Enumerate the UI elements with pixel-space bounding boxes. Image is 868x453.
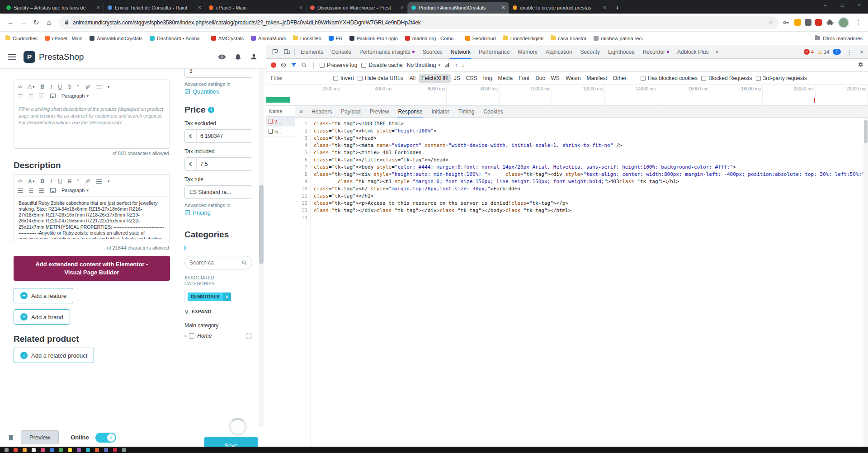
delete-trash-icon[interactable] [7, 434, 14, 441]
devtools-tab[interactable]: Lighthouse [604, 45, 639, 59]
request-type-filter-chip[interactable]: All [407, 74, 418, 83]
network-settings-gear-icon[interactable] [857, 61, 863, 69]
paragraph-style-dropdown[interactable]: Paragraph ▾ [61, 93, 89, 99]
window-close-button[interactable]: × [851, 0, 868, 10]
taskbar-app-icon[interactable] [95, 448, 99, 452]
home-main-category-radio[interactable] [246, 333, 252, 339]
devtools-tab[interactable]: Performance insights [355, 45, 419, 59]
home-category-checkbox[interactable] [189, 333, 194, 339]
underline-button[interactable]: U [58, 84, 62, 90]
tax-rule-select[interactable]: ES Standard ra... [184, 185, 252, 199]
response-scrollbar[interactable] [863, 118, 868, 447]
browser-tab[interactable]: Enviar Ticket de Consulta - Raiol × [104, 2, 205, 14]
devtools-tab[interactable]: Sources [419, 45, 447, 59]
taskbar-app-icon[interactable] [32, 448, 36, 452]
expand-categories-toggle[interactable]: ∨ EXPAND [184, 308, 252, 315]
devtools-tab[interactable]: Console [327, 45, 355, 59]
extension-icon[interactable] [805, 19, 811, 26]
network-overview-timeline[interactable]: 2000 ms4000 ms6000 ms8000 ms10000 ms1200… [266, 85, 868, 106]
devtools-tab[interactable]: Application [542, 45, 576, 59]
add-feature-button[interactable]: + Add a feature [14, 288, 73, 303]
bookmark-item[interactable]: Ciudoodles [5, 36, 38, 41]
new-tab-button[interactable]: + [612, 2, 623, 13]
detail-tab[interactable]: Preview [365, 106, 394, 118]
taskbar-app-icon[interactable] [50, 448, 54, 452]
taskbar-app-icon[interactable] [86, 448, 90, 452]
device-toolbar-icon[interactable] [281, 46, 292, 58]
clear-network-log-icon[interactable] [280, 62, 287, 68]
code-view-button[interactable]: </> [18, 85, 22, 89]
bookmark-item[interactable]: AnimaMundi [251, 36, 286, 41]
devtools-tab[interactable]: Memory [514, 45, 542, 59]
summary-editor-textarea[interactable]: Fill in a striking short description of … [14, 102, 170, 148]
more-tabs-icon[interactable]: » [712, 49, 721, 55]
tab-close-icon[interactable]: × [198, 5, 201, 11]
menu-hamburger-icon[interactable] [8, 54, 16, 60]
devtools-tab[interactable]: Security [576, 45, 604, 59]
reload-button[interactable]: ↻ [30, 16, 42, 29]
preview-button[interactable]: Preview [21, 430, 59, 444]
insert-image-button[interactable] [50, 188, 56, 193]
filter-funnel-icon[interactable] [291, 62, 297, 68]
tab-close-icon[interactable]: × [502, 5, 505, 11]
font-color-button[interactable]: A▾ [28, 84, 35, 90]
bold-button[interactable]: B [41, 84, 45, 90]
italic-button[interactable]: I [50, 84, 52, 90]
tab-close-icon[interactable]: × [401, 5, 404, 11]
bullet-list-button[interactable] [18, 94, 23, 98]
devtools-tab[interactable]: Network [447, 45, 475, 59]
extension-icon[interactable] [815, 19, 822, 26]
home-button[interactable]: ⌂ [42, 16, 55, 29]
record-network-log-button[interactable] [271, 62, 276, 68]
numbered-list-button[interactable] [29, 189, 33, 193]
taskbar-app-icon[interactable] [113, 448, 117, 452]
notifications-bell-icon[interactable] [234, 53, 242, 61]
bold-button[interactable]: B [41, 178, 45, 184]
pricing-link[interactable]: Pricing [184, 209, 252, 216]
window-minimize-button[interactable]: – [816, 0, 834, 10]
hide-data-urls-checkbox[interactable]: Hide data URLs [358, 75, 403, 81]
bookmark-item[interactable]: AnimaMundiCrystals [90, 36, 142, 41]
taskbar-app-icon[interactable] [41, 448, 45, 452]
quantity-input[interactable] [184, 69, 252, 78]
request-type-filter-chip[interactable]: Wasm [563, 74, 584, 83]
request-type-filter-chip[interactable]: Manifest [584, 74, 609, 83]
browser-tab[interactable]: cPanel - Main × [205, 2, 307, 14]
request-type-filter-chip[interactable]: Fetch/XHR [419, 74, 451, 83]
toolbar-more-caret-icon[interactable]: ▾ [108, 179, 110, 184]
devtools-tab[interactable]: Adblock Plus [673, 45, 712, 59]
bookmark-item[interactable]: Packlink Pro Login [349, 36, 398, 41]
bookmark-item[interactable]: AMCrystals [211, 36, 244, 41]
extension-icon[interactable] [794, 19, 801, 26]
tab-close-icon[interactable]: × [299, 5, 302, 11]
invert-filter-checkbox[interactable]: Invert [333, 75, 354, 81]
export-har-icon[interactable]: ↓ [462, 62, 464, 68]
import-har-icon[interactable]: ↑ [455, 62, 458, 68]
browser-tab[interactable]: Product • AnimaMundiCrystals × [408, 2, 509, 14]
inspect-element-icon[interactable] [269, 46, 281, 58]
taskbar-app-icon[interactable] [5, 448, 9, 452]
bookmark-item[interactable]: Sendcloud [465, 36, 496, 41]
close-detail-pane-icon[interactable]: × [295, 108, 307, 115]
save-button[interactable]: Save [204, 437, 258, 447]
detail-tab[interactable]: Initiator [427, 106, 453, 118]
back-button[interactable]: ← [5, 16, 17, 29]
strikethrough-button[interactable]: S [68, 178, 71, 184]
bookmarks-overflow-folder[interactable]: Otros marcadores [815, 36, 863, 41]
bookmark-item[interactable]: casa noastra [551, 36, 586, 41]
preserve-log-checkbox[interactable]: Preserve log [320, 62, 357, 68]
browser-tab[interactable]: Discussion on Warehouse - Prest × [307, 2, 408, 14]
address-bar[interactable]: animamundicrystals.com/stqgvsfspbe3580m/… [59, 16, 779, 29]
request-type-filter-chip[interactable]: CSS [463, 74, 480, 83]
detail-tab[interactable]: Cookies [479, 106, 507, 118]
category-search-input[interactable] [189, 260, 241, 266]
network-filter-input[interactable] [271, 75, 330, 81]
forward-button[interactable]: → [17, 16, 30, 29]
third-party-requests-checkbox[interactable]: 3rd-party requests [756, 75, 807, 81]
issues-badge[interactable]: 1 [833, 49, 841, 55]
bookmark-star-icon[interactable]: ☆ [768, 19, 774, 26]
devtools-tab[interactable]: Performance [475, 45, 514, 59]
browser-tab[interactable]: Spotify – Artistas que los fans de × [3, 2, 104, 14]
devtools-menu-icon[interactable]: ⋮ [844, 48, 854, 56]
detail-tab[interactable]: Timing [454, 106, 479, 118]
